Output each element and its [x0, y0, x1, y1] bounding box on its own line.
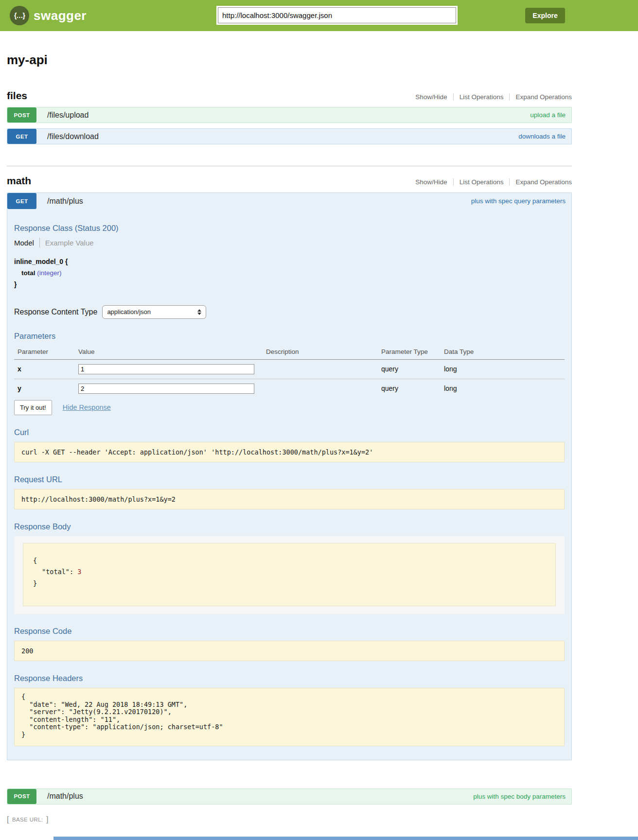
json-total-line: "total": 3	[33, 566, 546, 578]
col-parameter: Parameter	[14, 346, 78, 360]
model-open-line: inline_model_0 {	[14, 256, 565, 268]
response-content-type-label: Response Content Type	[14, 308, 97, 316]
method-badge-post: POST	[7, 107, 36, 122]
response-content-type-select[interactable]: application/json	[102, 305, 206, 319]
response-code-heading: Response Code	[14, 627, 565, 636]
files-expand-operations-link[interactable]: Expand Operations	[509, 93, 572, 101]
col-data-type: Data Type	[444, 346, 565, 360]
parameters-heading: Parameters	[14, 332, 565, 341]
method-badge-get: GET	[7, 193, 36, 209]
selected-content-type: application/json	[107, 308, 151, 315]
response-headers-heading: Response Headers	[14, 674, 565, 683]
files-list-operations-link[interactable]: List Operations	[453, 93, 504, 101]
method-badge-get: GET	[7, 129, 36, 144]
base-url-label: BASE URL:	[12, 817, 43, 822]
math-list-operations-link[interactable]: List Operations	[453, 178, 504, 186]
bottom-scroll-strip[interactable]	[53, 837, 638, 840]
param-description	[266, 379, 381, 398]
select-arrows-icon	[197, 309, 201, 315]
model-property-type: (integer)	[37, 269, 61, 277]
param-data-type: long	[444, 359, 565, 379]
operation-path: /math/plus	[47, 792, 83, 801]
model-property: total (integer)	[14, 268, 565, 279]
parameter-row-x: x query long	[14, 359, 565, 379]
section-divider	[7, 166, 572, 166]
param-type: query	[381, 379, 444, 398]
json-close-brace: }	[33, 578, 546, 590]
operation-path: /math/plus	[47, 197, 83, 206]
model-signature: inline_model_0 { total (integer) }	[14, 256, 565, 291]
request-url-heading: Request URL	[14, 475, 565, 484]
param-y-value-input[interactable]	[78, 384, 254, 394]
try-row: Try it out! Hide Response	[14, 400, 565, 415]
operation-summary[interactable]: plus with spec body parameters	[473, 793, 566, 800]
operation-path: /files/upload	[47, 111, 89, 120]
api-url-input[interactable]	[218, 7, 456, 23]
math-section-header: math Show/Hide List Operations Expand Op…	[7, 175, 572, 187]
param-x-value-input[interactable]	[78, 364, 254, 374]
method-badge-post: POST	[7, 789, 36, 804]
math-show-hide-link[interactable]: Show/Hide	[415, 178, 447, 186]
operation-row-post-math-plus[interactable]: POST /math/plus plus with spec body para…	[7, 788, 572, 805]
hide-response-link[interactable]: Hide Response	[63, 403, 111, 411]
response-class-tabs: Model Example Value	[14, 238, 565, 247]
operation-summary[interactable]: downloads a file	[518, 133, 566, 140]
files-section-controls: Show/Hide List Operations Expand Operati…	[415, 93, 572, 101]
col-description: Description	[266, 346, 381, 360]
files-section-header: files Show/Hide List Operations Expand O…	[7, 90, 572, 102]
tab-model[interactable]: Model	[14, 239, 34, 247]
operation-row-post-files-upload[interactable]: POST /files/upload upload a file	[7, 107, 572, 123]
operation-block-get-math-plus: GET /math/plus plus with spec query para…	[7, 192, 572, 760]
tab-divider	[39, 238, 40, 247]
response-class-heading: Response Class (Status 200)	[14, 224, 565, 233]
base-url-close-bracket: ]	[46, 815, 48, 823]
parameters-table: Parameter Value Description Parameter Ty…	[14, 346, 565, 398]
col-value: Value	[78, 346, 266, 360]
base-url-footer: [ BASE URL: ]	[7, 815, 572, 824]
param-name: y	[14, 379, 78, 398]
response-body-container: { "total": 3 }	[14, 536, 565, 614]
parameter-row-y: y query long	[14, 379, 565, 398]
col-parameter-type: Parameter Type	[381, 346, 444, 360]
curl-command: curl -X GET --header 'Accept: applicatio…	[14, 442, 565, 462]
response-content-type-row: Response Content Type application/json	[14, 305, 565, 319]
operation-row-get-math-plus[interactable]: GET /math/plus plus with spec query para…	[7, 193, 571, 209]
param-type: query	[381, 359, 444, 379]
param-description	[266, 359, 381, 379]
request-url-value: http://localhost:3000/math/plus?x=1&y=2	[14, 489, 565, 509]
operation-row-get-files-download[interactable]: GET /files/download downloads a file	[7, 128, 572, 144]
math-expand-operations-link[interactable]: Expand Operations	[509, 178, 572, 186]
json-open-brace: {	[33, 555, 546, 567]
response-body-json: { "total": 3 }	[23, 543, 556, 607]
swagger-logo[interactable]: {…} swagger	[10, 6, 87, 25]
try-it-out-button[interactable]: Try it out!	[14, 400, 52, 415]
response-headers-json: { "date": "Wed, 22 Aug 2018 18:49:13 GMT…	[14, 688, 565, 746]
tab-example-value[interactable]: Example Value	[45, 239, 94, 247]
operation-path: /files/download	[47, 132, 99, 141]
parameters-header-row: Parameter Value Description Parameter Ty…	[14, 346, 565, 360]
swagger-logo-text: swagger	[34, 8, 87, 23]
model-close-line: }	[14, 279, 565, 291]
operation-summary[interactable]: upload a file	[530, 111, 566, 119]
param-data-type: long	[444, 379, 565, 398]
files-show-hide-link[interactable]: Show/Hide	[415, 93, 447, 101]
files-section-title: files	[7, 90, 27, 102]
json-value: 3	[77, 568, 81, 576]
curl-heading: Curl	[14, 428, 565, 437]
response-body-heading: Response Body	[14, 522, 565, 531]
top-navbar: {…} swagger Explore	[0, 0, 638, 31]
operation-summary[interactable]: plus with spec query parameters	[471, 197, 566, 205]
swagger-braces-icon: {…}	[10, 6, 29, 25]
param-name: x	[14, 359, 78, 379]
math-section-title: math	[7, 175, 31, 187]
main-content: my-api files Show/Hide List Operations E…	[7, 52, 572, 824]
model-property-name: total	[21, 269, 35, 277]
json-key: "total":	[42, 568, 77, 576]
operation-detail-panel: Response Class (Status 200) Model Exampl…	[7, 209, 571, 760]
math-section-controls: Show/Hide List Operations Expand Operati…	[415, 178, 572, 186]
response-code-value: 200	[14, 641, 565, 661]
base-url-open-bracket: [	[7, 815, 9, 823]
api-title: my-api	[7, 52, 572, 68]
explore-button[interactable]: Explore	[525, 8, 565, 23]
